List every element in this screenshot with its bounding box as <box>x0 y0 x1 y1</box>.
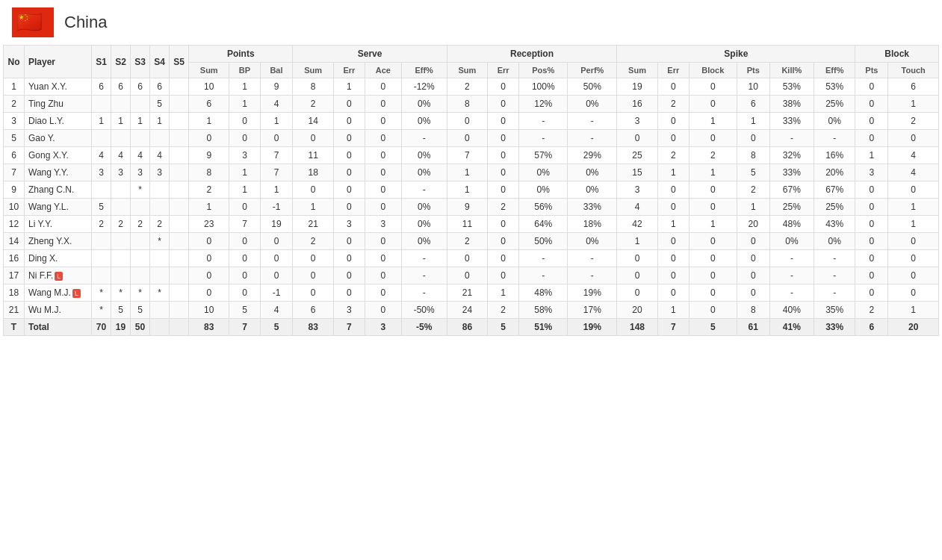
player-name: Wang Y.Y. <box>25 164 92 181</box>
col-s1-header: S1 <box>92 46 111 78</box>
group-spike-header: Spike <box>617 46 855 63</box>
col-spike-block: Block <box>689 63 737 78</box>
stats-table: No Player S1 S2 S3 S4 S5 Points Serve Re… <box>3 45 939 336</box>
col-spike-err: Err <box>657 63 689 78</box>
player-name: Gong X.Y. <box>25 147 92 164</box>
col-block-touch: Touch <box>888 63 939 78</box>
table-row: 18Wang M.J.L****00-1000-21148%19%0000--0… <box>4 284 939 302</box>
col-serve-eff: Eff% <box>401 63 447 78</box>
table-row: 10Wang Y.L.510-11000%9256%33%400125%25%0… <box>4 199 939 216</box>
table-row: 7Wang Y.Y.333381718000%100%0%1511533%20%… <box>4 164 939 181</box>
group-points-header: Points <box>189 46 293 63</box>
col-s3-header: S3 <box>131 46 150 78</box>
group-reception-header: Reception <box>447 46 617 63</box>
player-name: Wu M.J. <box>25 302 92 319</box>
group-header-row: No Player S1 S2 S3 S4 S5 Points Serve Re… <box>4 46 939 63</box>
stats-table-wrapper: No Player S1 S2 S3 S4 S5 Points Serve Re… <box>0 45 942 336</box>
player-badge: L <box>72 289 81 298</box>
col-points-sum: Sum <box>189 63 229 78</box>
player-name: Diao L.Y. <box>25 113 92 130</box>
table-row: 21Wu M.J.*551054630-50%24258%17%2010840%… <box>4 302 939 319</box>
table-row: 17Ni F.F.L000000-00--0000--00 <box>4 267 939 284</box>
player-name: Ding X. <box>25 250 92 267</box>
group-serve-header: Serve <box>293 46 447 63</box>
player-name: Wang M.J.L <box>25 284 92 302</box>
table-row: 16Ding X.000000-00--0000--00 <box>4 250 939 267</box>
col-rec-pos: Pos% <box>519 63 568 78</box>
table-row: 9Zhang C.N.*211000-100%0%300267%67%00 <box>4 181 939 199</box>
table-row: 6Gong X.Y.444493711000%7057%29%2522832%1… <box>4 147 939 164</box>
group-block-header: Block <box>855 46 939 63</box>
player-name: Ting Zhu <box>25 96 92 113</box>
col-serve-ace: Ace <box>365 63 401 78</box>
col-s5-header: S5 <box>170 46 189 78</box>
col-points-bp: BP <box>229 63 260 78</box>
table-row: 12Li Y.Y.22222371921330%11064%18%4211204… <box>4 216 939 233</box>
table-body: 1Yuan X.Y.66661019810-12%20100%50%190010… <box>4 78 939 336</box>
col-rec-err: Err <box>488 63 519 78</box>
player-name: Zhang C.N. <box>25 181 92 199</box>
table-row: 2Ting Zhu56142000%8012%0%1620638%25%01 <box>4 96 939 113</box>
table-row: 5Gao Y.000000-00--0000--00 <box>4 130 939 147</box>
col-spike-pts: Pts <box>737 63 769 78</box>
col-rec-perf: Perf% <box>568 63 617 78</box>
player-name: Total <box>25 319 92 336</box>
col-rec-sum: Sum <box>447 63 487 78</box>
col-points-bal: Bal <box>260 63 293 78</box>
player-name: Ni F.F.L <box>25 267 92 284</box>
player-name: Wang Y.L. <box>25 199 92 216</box>
col-spike-eff: Eff% <box>814 63 855 78</box>
col-s4-header: S4 <box>150 46 170 78</box>
col-no-header: No <box>4 46 25 78</box>
player-name: Li Y.Y. <box>25 216 92 233</box>
country-name: China <box>64 13 107 32</box>
player-name: Gao Y. <box>25 130 92 147</box>
col-player-header: Player <box>25 46 92 78</box>
col-s2-header: S2 <box>111 46 131 78</box>
table-row: 1Yuan X.Y.66661019810-12%20100%50%190010… <box>4 78 939 96</box>
table-row: 3Diao L.Y.111110114000%00--301133%0%02 <box>4 113 939 130</box>
table-row: TTotal70195083758373-5%86551%19%14875614… <box>4 319 939 336</box>
flag-icon: 🇨🇳 <box>12 7 54 37</box>
col-spike-kill: Kill% <box>769 63 814 78</box>
col-serve-err: Err <box>333 63 365 78</box>
team-header: 🇨🇳 China <box>0 0 942 45</box>
col-spike-sum: Sum <box>617 63 657 78</box>
table-row: 14Zheng Y.X.*0002000%2050%0%10000%0%00 <box>4 233 939 250</box>
player-name: Yuan X.Y. <box>25 78 92 96</box>
player-badge: L <box>55 272 63 281</box>
player-name: Zheng Y.X. <box>25 233 92 250</box>
col-block-pts: Pts <box>855 63 888 78</box>
col-serve-sum: Sum <box>293 63 333 78</box>
